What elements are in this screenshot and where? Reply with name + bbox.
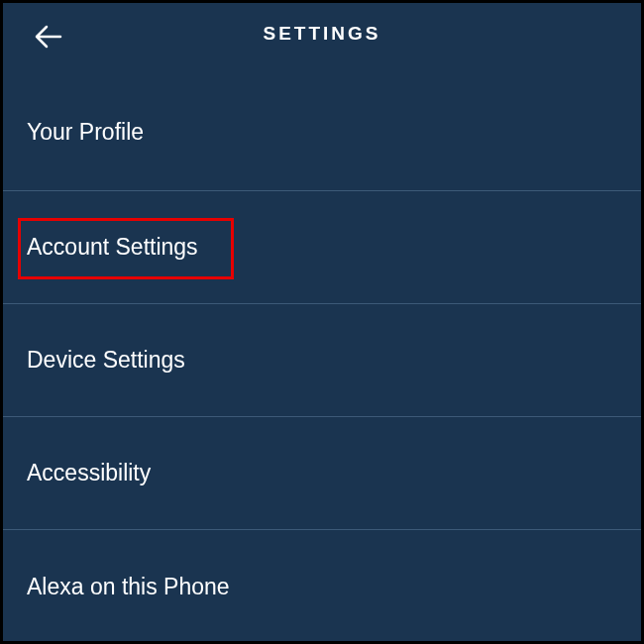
settings-screen: SETTINGS Your Profile Account Settings D… [3, 3, 641, 641]
list-item-label: Accessibility [27, 460, 151, 486]
list-item-accessibility[interactable]: Accessibility [3, 417, 641, 530]
header: SETTINGS [3, 3, 641, 64]
page-title: SETTINGS [3, 23, 641, 45]
list-item-label: Alexa on this Phone [27, 574, 230, 600]
back-arrow-icon[interactable] [35, 25, 62, 49]
list-item-label: Your Profile [27, 119, 144, 146]
list-item-label: Device Settings [27, 347, 185, 374]
list-item-your-profile[interactable]: Your Profile [3, 64, 641, 191]
settings-list: Your Profile Account Settings Device Set… [3, 64, 641, 643]
list-item-alexa-on-this-phone[interactable]: Alexa on this Phone [3, 530, 641, 643]
list-item-account-settings[interactable]: Account Settings [3, 191, 641, 304]
list-item-label: Account Settings [27, 234, 198, 261]
list-item-device-settings[interactable]: Device Settings [3, 304, 641, 417]
